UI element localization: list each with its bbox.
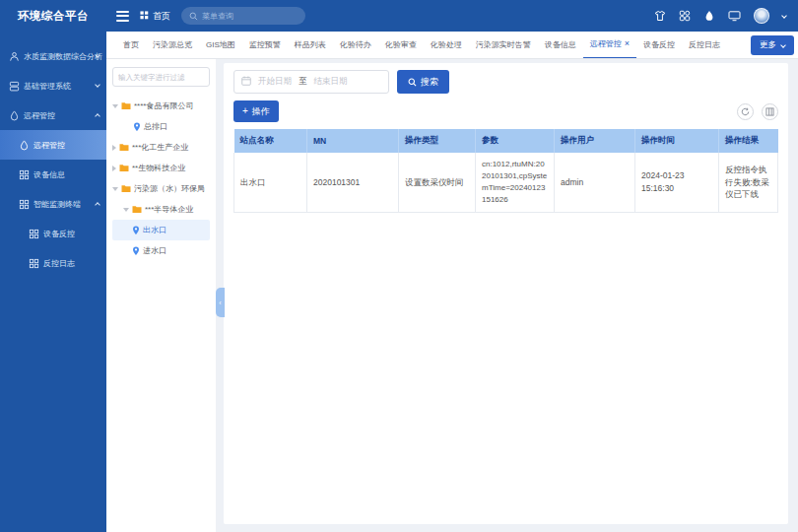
column-settings-icon[interactable]: [762, 103, 778, 120]
date-range-picker[interactable]: 开始日期 至 结束日期: [233, 70, 389, 94]
cell-op-result: 反控指令执行失败:数采仪已下线: [719, 153, 778, 213]
col-params: 参数: [476, 129, 555, 153]
cell-op-user: admin: [555, 153, 635, 213]
tab-monitor-warning[interactable]: 监控预警: [242, 32, 288, 59]
tab-close-icon[interactable]: ×: [625, 39, 630, 48]
tab-sample-list[interactable]: 样品列表: [288, 32, 333, 59]
analysis-icon: [9, 51, 21, 62]
tab-reverse-control-log[interactable]: 反控日志: [682, 32, 727, 59]
layout-dashboard-icon[interactable]: [679, 10, 691, 22]
folder-icon: [121, 101, 131, 110]
tree-node-food-company[interactable]: ****食品有限公司: [112, 96, 210, 116]
search-icon: [189, 7, 198, 25]
search-icon: [408, 78, 417, 87]
pin-icon: [132, 246, 140, 256]
sidebar-item-remote-control-group[interactable]: 远程管控: [0, 100, 106, 130]
tab-lab-process[interactable]: 化验处理: [424, 32, 469, 59]
sidebar-item-remote-control[interactable]: 远程管控: [0, 130, 106, 160]
chevron-down-icon: [95, 82, 100, 88]
range-separator: 至: [299, 76, 307, 88]
sidebar-item-water-analysis[interactable]: 水质监测数据综合分析: [0, 41, 106, 71]
chevron-up-icon: [95, 113, 100, 119]
tab-device-info[interactable]: 设备信息: [538, 32, 583, 59]
caret-down-icon[interactable]: [112, 187, 118, 191]
refresh-icon[interactable]: [737, 103, 754, 120]
site-tree-panel: ****食品有限公司 总排口 ***化工生产: [106, 59, 216, 532]
caret-down-icon[interactable]: [123, 208, 129, 212]
tab-gis-map[interactable]: GIS地图: [199, 32, 242, 59]
col-site-name: 站点名称: [234, 129, 307, 153]
main-panel: ‹ 开始日期 至 结束日期 搜索: [224, 63, 788, 524]
start-date-placeholder[interactable]: 开始日期: [258, 76, 292, 88]
sidebar-item-reverse-control-log[interactable]: 反控日志: [0, 248, 106, 278]
user-avatar[interactable]: [754, 8, 769, 24]
sidebar-item-smart-terminal[interactable]: 智能监测终端: [0, 189, 106, 219]
header-actions: [654, 8, 786, 24]
site-tree: ****食品有限公司 总排口 ***化工生产: [112, 96, 210, 261]
user-menu-chevron-icon[interactable]: [781, 13, 787, 19]
theme-skin-icon[interactable]: [654, 10, 666, 22]
tree-node-epa-bureau[interactable]: 污染源（水）环保局: [112, 178, 210, 199]
system-icon: [9, 81, 21, 92]
sidebar-item-label: 反控日志: [43, 258, 75, 269]
plus-icon: +: [242, 106, 248, 116]
table-row[interactable]: 出水口 2020101301 设置数采仪时间 cn:1012,rtuMN:202…: [234, 153, 778, 213]
search-button[interactable]: 搜索: [397, 70, 449, 94]
end-date-placeholder[interactable]: 结束日期: [314, 76, 348, 88]
sidebar-item-label: 智能监测终端: [33, 199, 81, 210]
app-root: 环境综合平台 水质监测数据综合分析 基础管理系统 远程管: [0, 0, 798, 532]
tab-lab-review[interactable]: 化验审查: [378, 32, 424, 59]
home-grid-icon: [140, 11, 149, 22]
caret-down-icon[interactable]: [112, 104, 118, 108]
folder-icon: [121, 184, 131, 193]
tree-filter-input[interactable]: [112, 67, 210, 87]
more-tabs-button[interactable]: 更多: [751, 35, 794, 55]
water-drop-icon[interactable]: [703, 10, 715, 22]
tab-home[interactable]: 首页: [116, 32, 146, 59]
tree-node-semiconductor-company[interactable]: ***半导体企业: [112, 199, 210, 220]
tree-node-chemical-company[interactable]: ***化工生产企业: [112, 137, 210, 158]
caret-right-icon[interactable]: [112, 145, 116, 151]
cell-site-name: 出水口: [234, 153, 307, 213]
action-row: + 操作: [233, 100, 778, 122]
col-mn: MN: [307, 129, 399, 153]
grid-icon: [29, 258, 40, 269]
sidebar-menu: 水质监测数据综合分析 基础管理系统 远程管控: [0, 32, 106, 278]
tab-device-reverse-control[interactable]: 设备反控: [636, 32, 682, 59]
operate-button[interactable]: + 操作: [233, 100, 279, 122]
folder-icon: [119, 164, 129, 172]
table-header-row: 站点名称 MN 操作类型 参数 操作用户 操作时间 操作结果: [234, 129, 778, 153]
tab-lab-todo[interactable]: 化验待办: [333, 32, 378, 59]
tree-node-outlet[interactable]: 出水口: [112, 220, 210, 240]
chevron-down-icon: [780, 42, 786, 48]
app-title: 环境综合平台: [0, 0, 106, 32]
col-op-result: 操作结果: [719, 129, 778, 153]
home-link[interactable]: 首页: [140, 10, 170, 23]
caret-right-icon[interactable]: [112, 166, 116, 171]
menu-search-box: [181, 7, 305, 25]
collapse-panel-handle[interactable]: ‹: [216, 288, 225, 317]
col-op-type: 操作类型: [399, 129, 476, 153]
grid-icon: [19, 199, 31, 210]
hamburger-menu-icon[interactable]: [116, 11, 129, 22]
sidebar-item-base-system[interactable]: 基础管理系统: [0, 71, 106, 100]
sidebar-item-label: 设备反控: [43, 229, 75, 239]
fullscreen-monitor-icon[interactable]: [728, 10, 741, 22]
tree-node-inlet[interactable]: 进水口: [112, 240, 210, 261]
main-column: 首页: [106, 0, 798, 532]
sidebar: 环境综合平台 水质监测数据综合分析 基础管理系统 远程管: [0, 0, 106, 532]
tree-node-main-outlet[interactable]: 总排口: [112, 116, 210, 137]
sidebar-item-device-info[interactable]: 设备信息: [0, 160, 106, 189]
tree-node-biotech-company[interactable]: **生物科技企业: [112, 158, 210, 178]
operations-table: 站点名称 MN 操作类型 参数 操作用户 操作时间 操作结果 出水口 20201: [233, 129, 778, 213]
pin-icon: [132, 226, 140, 235]
menu-search-input[interactable]: [202, 12, 298, 21]
table-tools: [737, 103, 778, 120]
tab-realtime-alarm[interactable]: 污染源实时告警: [469, 32, 538, 59]
sidebar-item-label: 远程管控: [24, 110, 55, 121]
grid-icon: [29, 229, 40, 239]
tab-pollution-overview[interactable]: 污染源总览: [146, 32, 199, 59]
sidebar-item-label: 设备信息: [33, 169, 65, 180]
tab-remote-control[interactable]: 远程管控 ×: [583, 32, 636, 59]
sidebar-item-device-reverse-control[interactable]: 设备反控: [0, 219, 106, 248]
